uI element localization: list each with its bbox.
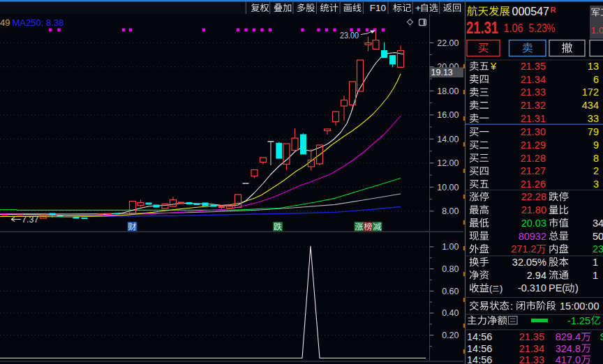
svg-text:5.23%: 5.23% (529, 22, 556, 35)
svg-text:21.33: 21.33 (521, 86, 546, 98)
svg-text:1: 1 (593, 257, 598, 268)
svg-text:21.32: 21.32 (521, 100, 546, 111)
svg-text:PE(: PE( (549, 282, 565, 294)
svg-text:1: 1 (593, 270, 598, 281)
svg-text:+: + (415, 3, 421, 13)
svg-text:50: 50 (593, 231, 603, 242)
svg-text:14.00: 14.00 (437, 135, 459, 144)
svg-text:14:56: 14:56 (467, 354, 492, 364)
svg-text:21.33: 21.33 (519, 354, 544, 364)
svg-text:8: 8 (593, 153, 599, 164)
svg-text:16.00: 16.00 (437, 110, 459, 120)
svg-text:21.35: 21.35 (521, 61, 546, 72)
svg-text:F10: F10 (370, 3, 386, 13)
svg-text:20.03: 20.03 (521, 218, 546, 229)
svg-text:22.28: 22.28 (521, 191, 546, 202)
svg-text:1.0: 1.0 (591, 25, 603, 36)
svg-text:21.80: 21.80 (521, 204, 546, 215)
svg-text:80932: 80932 (519, 231, 546, 242)
svg-text:12.00: 12.00 (437, 158, 459, 168)
svg-text:R: R (551, 6, 556, 14)
svg-text:14:56: 14:56 (467, 343, 492, 354)
svg-text:3: 3 (593, 179, 599, 190)
svg-text:): ) (575, 282, 579, 294)
svg-text:1.00: 1.00 (442, 242, 459, 252)
svg-text:15:00:00: 15:00:00 (560, 301, 599, 312)
svg-text:MA250: 8.38: MA250: 8.38 (13, 17, 64, 28)
svg-text:18.00: 18.00 (437, 86, 459, 96)
svg-text:21.26: 21.26 (521, 179, 546, 190)
svg-text:0.20: 0.20 (442, 331, 459, 340)
svg-text:10.00: 10.00 (437, 183, 459, 192)
svg-text:434: 434 (582, 100, 599, 111)
svg-text:21.27: 21.27 (521, 165, 546, 176)
svg-text:-0.310: -0.310 (518, 282, 546, 294)
svg-text:7.37: 7.37 (22, 215, 38, 225)
svg-text:2: 2 (593, 165, 599, 176)
svg-text:79: 79 (588, 126, 599, 137)
svg-text:22.00: 22.00 (437, 38, 459, 48)
svg-text:172: 172 (582, 86, 599, 98)
svg-text:19.13: 19.13 (431, 68, 453, 77)
svg-text:0.60: 0.60 (442, 287, 459, 296)
svg-text:21.34: 21.34 (519, 343, 544, 354)
svg-text:(: ( (489, 283, 493, 294)
svg-text:23: 23 (593, 243, 603, 255)
svg-text:0.80: 0.80 (442, 264, 459, 274)
svg-text:21.34: 21.34 (521, 74, 546, 85)
svg-text:2.94: 2.94 (527, 270, 546, 281)
svg-text:21.31: 21.31 (466, 19, 498, 37)
svg-text:324.8: 324.8 (556, 343, 581, 354)
svg-text:1.06: 1.06 (504, 22, 523, 35)
svg-text:21.29: 21.29 (521, 139, 546, 151)
svg-text:9: 9 (593, 139, 599, 151)
svg-text:13: 13 (588, 61, 599, 72)
svg-text:49: 49 (0, 17, 10, 28)
svg-text:417.0: 417.0 (556, 354, 581, 364)
svg-text:): ) (500, 283, 502, 294)
svg-text:000547: 000547 (512, 5, 550, 17)
svg-text:21.30: 21.30 (521, 126, 546, 137)
svg-text:14:56: 14:56 (467, 331, 492, 342)
svg-text::: : (510, 301, 513, 312)
svg-text:-1.25: -1.25 (567, 315, 590, 326)
svg-text:21.28: 21.28 (521, 153, 546, 164)
svg-text:¥: ¥ (490, 61, 497, 72)
svg-text:S: S (600, 331, 603, 342)
svg-text:34: 34 (593, 218, 603, 229)
svg-text:32.05%: 32.05% (512, 257, 546, 268)
svg-text:33: 33 (588, 113, 599, 124)
svg-text:829.4: 829.4 (556, 331, 581, 342)
svg-text:21.31: 21.31 (521, 113, 546, 124)
svg-text:21.35: 21.35 (519, 331, 544, 342)
svg-text:271.2万: 271.2万 (511, 243, 546, 255)
svg-text:8.00: 8.00 (442, 206, 459, 216)
svg-text:6: 6 (593, 74, 599, 85)
svg-text:0.40: 0.40 (442, 308, 459, 318)
svg-text:23.00: 23.00 (340, 30, 359, 40)
